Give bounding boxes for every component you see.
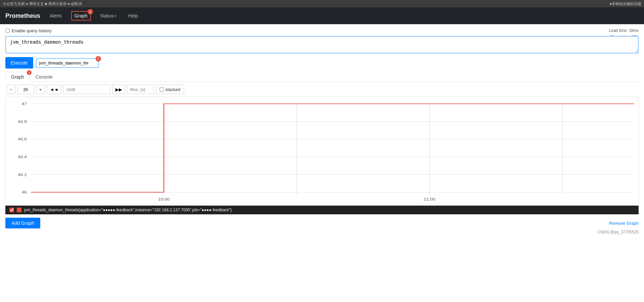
tab-console[interactable]: Console [30,72,58,82]
nav-help[interactable]: Help [125,12,141,20]
svg-text:46.4: 46.4 [18,155,27,159]
navbar: Prometheus Alerts Graph 1 Status ▾ Help [0,7,644,24]
stacked-label[interactable]: stacked [156,85,184,94]
time-range-input[interactable] [17,85,34,94]
legend-text: jvm_threads_daemon_threads{application="… [24,208,232,212]
svg-text:46.8: 46.8 [18,120,27,124]
nav-status-label: Status [100,13,114,18]
svg-text:46.2: 46.2 [18,173,27,177]
query-input-wrapper: jvm_threads_daemon_threads [5,36,639,54]
query-input[interactable]: jvm_threads_daemon_threads [5,36,639,53]
query-history-row: Enable query history [5,28,639,33]
tabs-row: Graph 3 Console [5,72,639,82]
zoom-in-button[interactable]: + [36,85,45,94]
remove-graph-link[interactable]: Remove Graph [609,221,639,226]
tab-graph-label: Graph [11,74,24,80]
svg-text:46: 46 [21,190,26,195]
chart-svg: 47 46.8 46.6 46.4 46.2 46 10:00 11:00 [6,97,638,204]
browser-bar-left: 大众哲方见闻 ● 弗学主主 ■ 再用力差异 ● @取消 [3,1,82,6]
bottom-row: Add Graph Remove Graph [5,218,639,228]
nav-graph[interactable]: Graph 1 [71,11,91,20]
graph-controls: − + ◄◄ ▶▶ stacked [5,82,639,97]
execute-row: Execute jvm_threads_daemon_thr 2 [5,57,639,69]
metric-select-wrapper: jvm_threads_daemon_thr 2 [36,58,99,68]
svg-text:11:00: 11:00 [424,197,435,201]
svg-text:47: 47 [21,102,26,106]
until-input[interactable] [63,85,110,94]
metric-select[interactable]: jvm_threads_daemon_thr [37,59,98,67]
metric-select-badge: 2 [96,56,101,61]
add-graph-button[interactable]: Add Graph [5,218,40,228]
chart-legend: jvm_threads_daemon_threads{application="… [5,206,639,214]
query-history-label[interactable]: Enable query history [12,28,52,33]
resolution-input[interactable] [127,85,154,94]
main-content: Load time: 18ms Resolution: 28s Total ti… [0,24,644,240]
nav-graph-badge: 1 [88,9,93,14]
time-forward-button[interactable]: ▶▶ [112,85,125,94]
nav-alerts[interactable]: Alerts [47,12,64,20]
browser-bar: 大众哲方见闻 ● 弗学主主 ■ 再用力差异 ● @取消 ●弄精粒设施的话题 [0,0,644,7]
svg-text:10:00: 10:00 [158,197,170,201]
footer-credit: CSDN @qq_37705525 [5,228,639,236]
stacked-text: stacked [165,87,180,92]
chart-container: 47 46.8 46.6 46.4 46.2 46 10:00 11:00 [5,97,639,204]
execute-button[interactable]: Execute [5,57,33,69]
legend-checkbox[interactable] [9,208,14,212]
browser-bar-right: ●弄精粒设施的话题 [609,1,641,6]
svg-text:46.6: 46.6 [18,137,27,141]
nav-graph-label: Graph [74,13,88,18]
time-back-button[interactable]: ◄◄ [47,85,61,94]
stacked-checkbox[interactable] [160,87,164,92]
legend-color-box [17,208,21,212]
load-time: Load time: 18ms [605,28,639,34]
brand-link[interactable]: Prometheus [5,12,40,19]
tab-graph[interactable]: Graph 3 [5,72,30,82]
nav-status[interactable]: Status ▾ [98,12,119,20]
tab-console-label: Console [36,74,53,80]
query-history-checkbox[interactable] [5,29,10,33]
zoom-out-button[interactable]: − [7,85,15,94]
chevron-down-icon: ▾ [114,14,116,18]
